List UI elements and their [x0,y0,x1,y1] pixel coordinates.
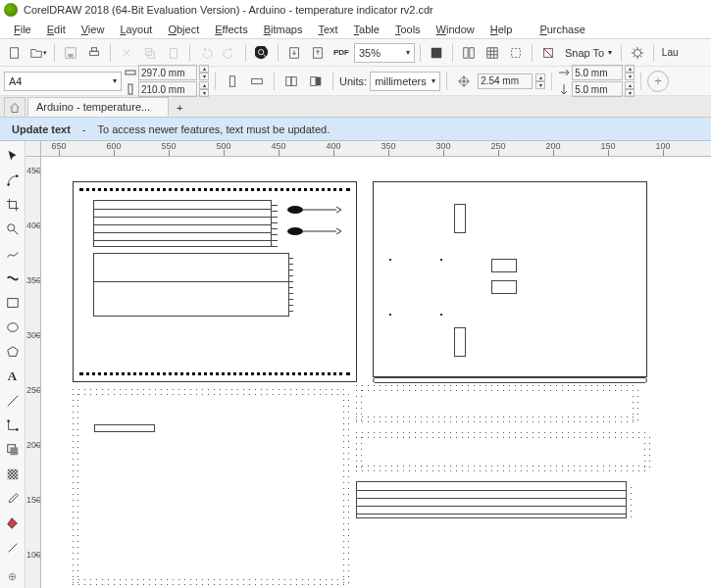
connector-tool[interactable] [2,415,24,436]
eyedropper-tool[interactable] [2,488,24,510]
import-button[interactable] [283,42,305,64]
ruler-origin[interactable] [25,141,41,157]
current-page-button[interactable] [305,71,327,92]
menu-object[interactable]: Object [160,22,207,37]
document-tab[interactable]: Arduino - temperature... [27,97,169,117]
new-tab-button[interactable]: + [171,99,188,117]
svg-point-39 [287,227,303,235]
menu-help[interactable]: Help [482,22,521,37]
dup-y-spinner[interactable]: ▴▾ [625,81,635,97]
save-button[interactable] [60,42,81,64]
menu-file[interactable]: File [6,22,39,37]
all-pages-button[interactable] [280,71,302,92]
rectangle-tool[interactable] [2,292,24,314]
shape-tool[interactable] [2,170,24,191]
page-size-dropdown[interactable]: A4▾ [4,72,122,91]
freehand-tool[interactable] [2,243,24,265]
height-spinner[interactable]: ▴▾ [199,81,209,97]
lower-region [93,253,289,317]
fill-tool[interactable] [2,513,24,534]
dup-y-input[interactable]: 5.0 mm [572,81,623,97]
menu-window[interactable]: Window [429,22,482,37]
add-button[interactable]: + [647,71,669,92]
copy-button[interactable] [139,42,161,64]
cut-button[interactable] [116,42,137,64]
launch-button[interactable]: Lau [659,42,681,64]
zoom-dropdown[interactable]: 35%▾ [354,43,415,63]
new-button[interactable] [4,42,25,64]
options-button[interactable] [627,42,648,64]
menu-tools[interactable]: Tools [387,22,429,37]
svg-rect-23 [291,76,296,85]
ruler-v-label: 200 [26,440,41,450]
separator [54,44,55,62]
menu-effects[interactable]: Effects [207,22,255,37]
svg-point-27 [16,174,19,177]
pdf-button[interactable]: PDF [330,42,352,64]
transparency-tool[interactable] [2,464,24,485]
toolbox: A ⊕ [0,141,25,588]
menu-bitmaps[interactable]: Bitmaps [256,22,311,37]
guides-button[interactable] [505,42,527,64]
parallel-dim-tool[interactable] [2,390,24,412]
separator [640,73,641,90]
nudge-input[interactable]: 2.54 mm [478,74,533,89]
width-spinner[interactable]: ▴▾ [199,65,209,80]
dup-x-input[interactable]: 5.0 mm [572,65,623,80]
ruler-v-label: 350 [26,275,41,285]
dup-x-spinner[interactable]: ▴▾ [625,65,635,80]
paste-button[interactable] [163,42,184,64]
canvas-area: 650600550500450400350300250200150100 450… [25,141,711,588]
outline-tool[interactable] [2,537,24,559]
welcome-tab[interactable] [4,97,25,117]
menu-purchase[interactable]: Purchase [532,22,592,37]
units-dropdown[interactable]: millimeters▾ [370,72,440,91]
drawing-canvas[interactable] [41,157,711,588]
text-tool[interactable]: A [2,366,24,387]
portrait-button[interactable] [222,71,243,92]
horizontal-ruler[interactable]: 650600550500450400350300250200150100 [41,141,711,157]
snap-to-dropdown[interactable]: Snap To▾ [561,43,616,63]
units-label: Units: [339,75,367,87]
svg-rect-7 [171,48,178,58]
zoom-tool[interactable] [2,219,24,240]
menu-table[interactable]: Table [346,22,387,37]
vertical-ruler[interactable]: 450400350300250200150100 [25,157,41,588]
pick-tool[interactable] [2,145,24,167]
landscape-button[interactable] [246,71,268,92]
undo-button[interactable] [195,42,217,64]
ellipse-tool[interactable] [2,317,24,338]
grid2-button[interactable] [482,42,503,64]
print-button[interactable] [83,42,105,64]
redo-button[interactable] [219,42,240,64]
polygon-tool[interactable] [2,341,24,363]
snapoff-button[interactable] [537,42,559,64]
ruler-h-label: 500 [216,141,230,151]
crop-tool[interactable] [2,194,24,216]
menu-text[interactable]: Text [310,22,345,37]
search-button[interactable] [251,42,273,64]
svg-point-30 [7,323,18,332]
ruler-h-label: 200 [545,141,560,151]
artistic-media-tool[interactable] [2,268,24,289]
ruler-v-label: 150 [26,495,41,505]
hint-action[interactable]: Update text [12,123,71,135]
units-value: millimeters [375,75,427,87]
separator [332,73,333,90]
drop-shadow-tool[interactable] [2,439,24,461]
svg-rect-20 [229,75,234,86]
page-width-input[interactable]: 297.0 mm [138,65,197,80]
document-tabs: Arduino - temperature... + [0,96,711,118]
menu-edit[interactable]: Edit [39,22,74,37]
expand-toolbox[interactable]: ⊕ [2,565,24,587]
menu-view[interactable]: View [74,22,113,37]
export-button[interactable] [307,42,329,64]
fullscreen-button[interactable] [426,42,447,64]
grid-button[interactable] [458,42,480,64]
hint-dash: - [82,123,86,135]
dot [389,259,391,261]
page-height-input[interactable]: 210.0 mm [138,81,197,97]
open-button[interactable]: ▾ [27,42,49,64]
nudge-spinner[interactable]: ▴▾ [535,74,545,89]
menu-layout[interactable]: Layout [112,22,160,37]
